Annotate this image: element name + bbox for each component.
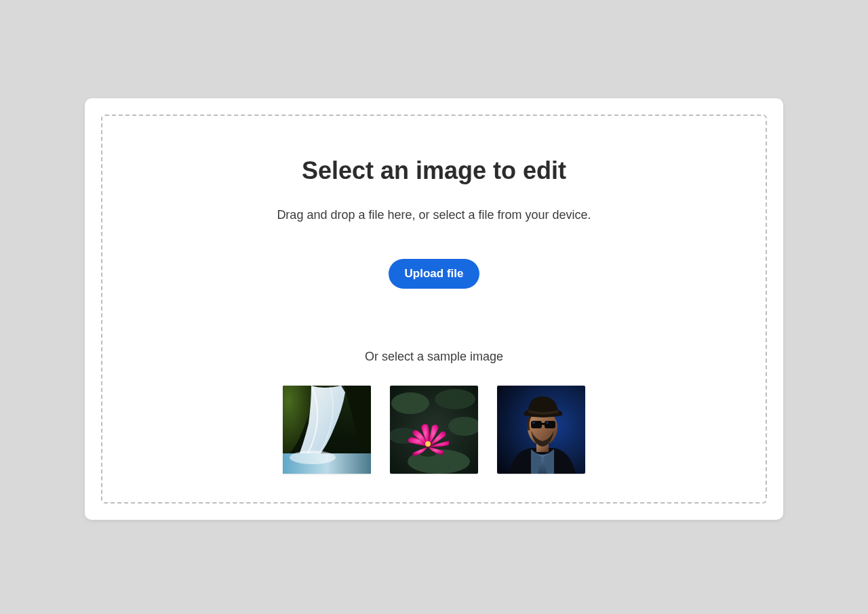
- sample-thumb-portrait[interactable]: [497, 386, 585, 474]
- svg-point-4: [391, 392, 429, 414]
- svg-point-10: [425, 441, 431, 447]
- svg-point-5: [435, 389, 475, 409]
- water-lily-illustration: [390, 386, 478, 474]
- dialog-title: Select an image to edit: [302, 157, 566, 185]
- sample-thumbnails-row: [283, 386, 585, 474]
- portrait-illustration: [497, 386, 585, 474]
- svg-rect-16: [542, 423, 545, 425]
- dialog-subtitle: Drag and drop a file here, or select a f…: [277, 208, 591, 222]
- sample-section-label: Or select a sample image: [365, 350, 503, 364]
- waterfall-illustration: [283, 386, 371, 474]
- svg-rect-17: [532, 422, 535, 424]
- sample-thumb-water-lily[interactable]: [390, 386, 478, 474]
- page-background: Select an image to edit Drag and drop a …: [0, 0, 868, 614]
- dropzone[interactable]: Select an image to edit Drag and drop a …: [101, 115, 767, 504]
- upload-card: Select an image to edit Drag and drop a …: [85, 98, 783, 520]
- svg-point-2: [290, 451, 336, 464]
- svg-rect-18: [546, 422, 549, 424]
- upload-file-button[interactable]: Upload file: [389, 259, 480, 289]
- sample-thumb-waterfall[interactable]: [283, 386, 371, 474]
